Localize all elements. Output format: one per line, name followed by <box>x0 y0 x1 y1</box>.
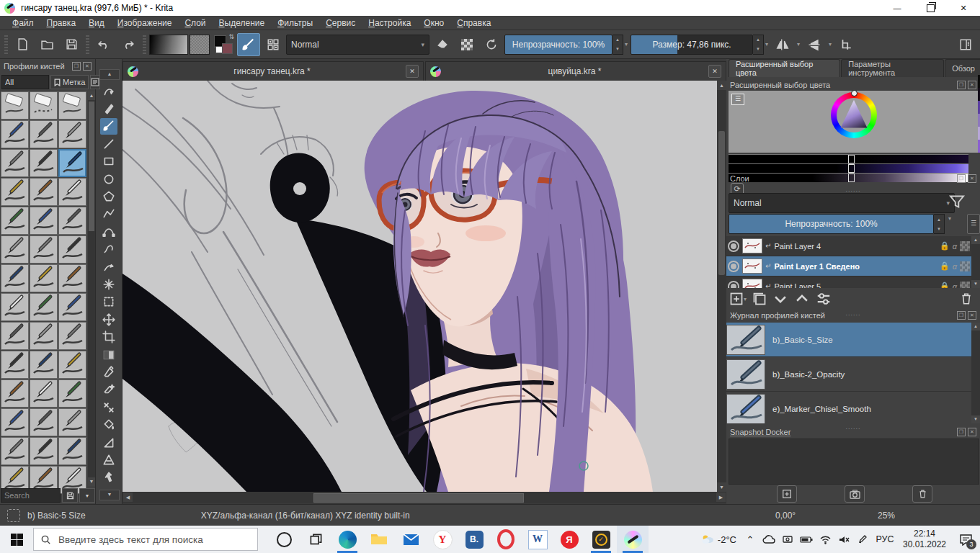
brush-preset-20[interactable] <box>58 264 86 292</box>
docker-tab-0[interactable]: Расширенный выбор цвета <box>729 59 840 77</box>
layer-blending-combo[interactable]: Normal ▾ <box>729 193 955 213</box>
brush-preset-30[interactable] <box>1 379 29 408</box>
fill-tool[interactable] <box>100 417 117 433</box>
minimize-button[interactable]: — <box>881 0 914 16</box>
reload-preset-button[interactable] <box>480 33 503 56</box>
brush-preset-13[interactable] <box>30 207 58 235</box>
brush-preset-5[interactable] <box>58 120 86 148</box>
dropdown-arrow-icon[interactable]: ▾ <box>625 41 628 48</box>
layer-row-0[interactable]: ↵ Paint Layer 4 🔒 α <box>726 236 971 256</box>
scroll-down-icon[interactable]: ▼ <box>717 482 726 492</box>
pattern-chooser[interactable] <box>190 35 210 55</box>
measure-tool[interactable] <box>100 434 117 451</box>
scroll-down-icon[interactable]: ▼ <box>88 477 95 486</box>
layer-row-1[interactable]: ↵ Paint Layer 1 Сведено 🔒 α <box>726 256 971 276</box>
brush-preset-10[interactable] <box>30 178 58 206</box>
docker-splitter[interactable]: ...... <box>726 186 980 193</box>
calligraphy-tool[interactable] <box>100 100 117 117</box>
pen-icon[interactable] <box>853 526 872 553</box>
docker-tab-2[interactable]: Обзор <box>945 59 980 77</box>
taskbar-app-explorer[interactable] <box>363 526 395 553</box>
brush-preset-19[interactable] <box>30 264 58 292</box>
volume-muted-icon[interactable] <box>834 526 853 553</box>
brush-preset-38[interactable] <box>58 437 86 465</box>
hidden-icons-chevron[interactable]: ⌃ <box>741 526 760 553</box>
delete-layer-button[interactable] <box>960 291 973 307</box>
default-colors-swatch[interactable] <box>215 46 223 53</box>
layer-opacity-spinner[interactable]: ▲▼ <box>934 214 945 234</box>
taskbar-app-yandex[interactable]: Я <box>553 526 585 553</box>
history-item-0[interactable]: b)_Basic-5_Size <box>726 323 971 357</box>
cortana-button[interactable] <box>268 526 300 553</box>
dynamic-brush-tool[interactable] <box>100 258 117 275</box>
brush-preset-36[interactable] <box>1 437 29 465</box>
document-tab-0[interactable]: гинсару танец.kra * ✕ <box>122 61 424 81</box>
brush-preset-21[interactable] <box>1 293 29 321</box>
close-docker-icon[interactable]: ✕ <box>968 311 976 320</box>
close-docker-icon[interactable]: ✕ <box>83 62 92 71</box>
size-slider[interactable]: Размер: 47,86 пикс. ▲▼ ▾ <box>631 35 770 55</box>
layer-thumbnail[interactable] <box>742 279 762 288</box>
brush-preset-0[interactable] <box>1 91 29 120</box>
language-indicator[interactable]: РУС <box>872 534 898 544</box>
taskbar-search[interactable] <box>33 528 258 551</box>
onedrive-cloud-icon[interactable] <box>760 526 778 553</box>
scroll-up-icon[interactable]: ▲ <box>88 91 95 100</box>
open-document-button[interactable] <box>35 33 58 56</box>
brush-preset-32[interactable] <box>58 379 86 408</box>
layer-name[interactable]: Paint Layer 1 Сведено <box>774 262 937 271</box>
toolbox-scroll-up[interactable]: ▲ <box>99 69 120 80</box>
float-docker-icon[interactable]: ❐ <box>72 62 81 71</box>
layer-alpha-icon[interactable]: α <box>953 242 957 251</box>
canvas-horizontal-scrollbar[interactable]: ◀ ▶ <box>122 492 726 503</box>
polygon-tool[interactable] <box>100 188 117 204</box>
layer-thumbnail[interactable] <box>742 238 762 253</box>
layer-alpha-checker-icon[interactable] <box>960 241 970 251</box>
close-tab-icon[interactable]: ✕ <box>406 65 419 78</box>
canvas-vertical-scrollbar[interactable]: ▲ ▼ <box>717 81 726 492</box>
float-docker-icon[interactable]: ❐ <box>957 428 966 436</box>
brush-preset-33[interactable] <box>1 408 29 436</box>
create-snapshot-button[interactable] <box>777 485 797 503</box>
taskbar-app-word[interactable]: W <box>522 526 553 553</box>
wifi-icon[interactable] <box>816 526 834 553</box>
float-docker-icon[interactable]: ❐ <box>957 311 966 320</box>
clock-widget[interactable]: 22:14 30.01.2022 <box>898 529 951 550</box>
brush-preset-25[interactable] <box>30 322 58 350</box>
menu-item-0[interactable]: Файл <box>6 17 40 30</box>
scroll-down-icon[interactable]: ▼ <box>971 415 980 423</box>
layer-visibility-icon[interactable] <box>728 240 739 252</box>
brush-preset-23[interactable] <box>58 293 86 321</box>
scroll-up-icon[interactable]: ▲ <box>717 81 726 90</box>
layer-lock-icon[interactable]: 🔒 <box>940 282 950 288</box>
brush-filter-combo[interactable]: All <box>1 75 49 89</box>
layer-visibility-icon[interactable] <box>728 281 739 289</box>
dropdown-arrow-icon[interactable]: ▾ <box>765 41 768 48</box>
camera-snapshot-button[interactable] <box>845 485 865 503</box>
snapshot-list[interactable] <box>729 439 979 485</box>
layer-alpha-icon[interactable]: α <box>953 282 957 289</box>
close-docker-icon[interactable]: ✕ <box>968 81 976 89</box>
multibrush-tool[interactable] <box>100 276 117 292</box>
menu-item-5[interactable]: Выделение <box>213 17 272 30</box>
inherit-alpha-icon[interactable]: ↵ <box>765 262 771 270</box>
scrollbar-thumb[interactable] <box>718 131 725 275</box>
gradient-tool[interactable] <box>100 346 117 363</box>
opacity-spinner[interactable]: ▲▼ <box>612 35 623 55</box>
brush-preset-8[interactable] <box>58 149 86 177</box>
duplicate-layer-button[interactable] <box>752 291 767 307</box>
tag-button[interactable]: Метка <box>50 75 89 89</box>
canvas-artwork[interactable] <box>122 81 717 492</box>
hue-bar[interactable] <box>729 154 968 163</box>
brush-preset-34[interactable] <box>30 408 58 436</box>
layer-properties-icon[interactable]: ☰ <box>967 214 980 234</box>
taskbar-app-edge[interactable] <box>331 526 363 553</box>
start-button[interactable] <box>0 526 33 553</box>
colorize-mask-tool[interactable] <box>100 382 117 398</box>
scroll-down-icon[interactable]: ▼ <box>971 280 980 288</box>
swap-colors-icon[interactable]: ⇅ <box>228 33 234 40</box>
brush-preset-12[interactable] <box>1 207 29 235</box>
brush-preset-31[interactable] <box>30 379 58 408</box>
bezier-curve-tool[interactable] <box>100 223 117 240</box>
brush-preset-15[interactable] <box>1 235 29 264</box>
